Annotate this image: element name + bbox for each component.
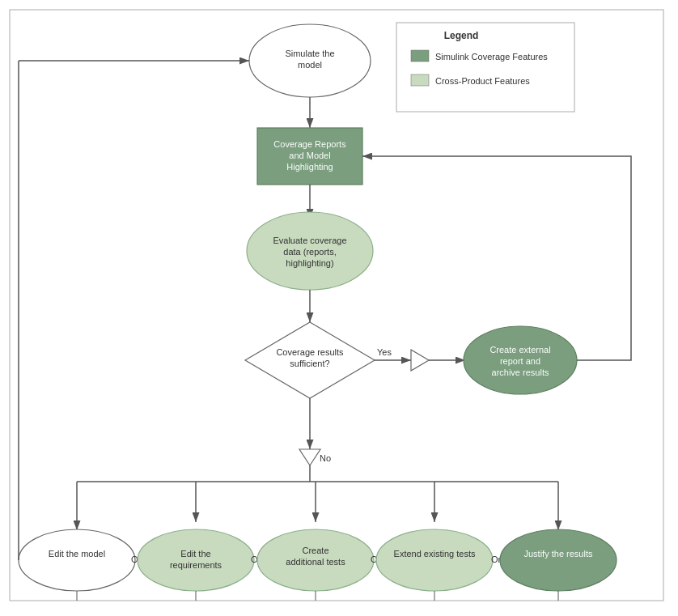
flowchart-svg: Legend Simulink Coverage Features Cross-… <box>0 0 678 616</box>
svg-rect-4 <box>411 74 429 86</box>
svg-marker-17 <box>299 449 320 465</box>
evaluate-label1: Evaluate coverage <box>273 236 346 245</box>
coverage-reports-label3: Highlighting <box>286 162 333 172</box>
external-label2: report and <box>500 356 540 366</box>
yes-label: Yes <box>377 347 392 357</box>
external-label1: Create external <box>489 345 550 355</box>
no-label: No <box>320 453 331 463</box>
legend-label-2: Cross-Product Features <box>435 76 530 86</box>
evaluate-label2: data (reports, <box>283 247 336 257</box>
decision-label2: sufficient? <box>290 359 329 368</box>
create-tests-label1: Create <box>302 546 328 555</box>
legend-label-1: Simulink Coverage Features <box>435 52 548 62</box>
diagram: Legend Simulink Coverage Features Cross-… <box>0 0 678 616</box>
simulate-label2: model <box>298 60 322 70</box>
svg-point-25 <box>19 529 135 591</box>
legend-title: Legend <box>444 30 479 41</box>
simulate-label: Simulate the <box>285 49 334 58</box>
edit-model-label1: Edit the model <box>49 549 105 559</box>
svg-point-28 <box>376 529 493 591</box>
edit-req-label1: Edit the <box>180 549 210 559</box>
svg-rect-3 <box>411 50 429 62</box>
svg-point-29 <box>500 529 617 591</box>
edit-req-label2: requirements <box>170 560 222 570</box>
extend-tests-label1: Extend existing tests <box>394 549 476 559</box>
coverage-reports-label2: and Model <box>289 151 330 160</box>
external-label3: archive results <box>492 367 549 377</box>
evaluate-label3: highlighting) <box>286 258 333 268</box>
coverage-reports-label1: Coverage Reports <box>273 139 346 149</box>
decision-label1: Coverage results <box>276 347 344 357</box>
justify-label1: Justify the results <box>524 549 593 559</box>
create-tests-label2: additional tests <box>286 557 345 567</box>
svg-marker-13 <box>411 350 429 371</box>
svg-rect-2 <box>396 23 574 112</box>
